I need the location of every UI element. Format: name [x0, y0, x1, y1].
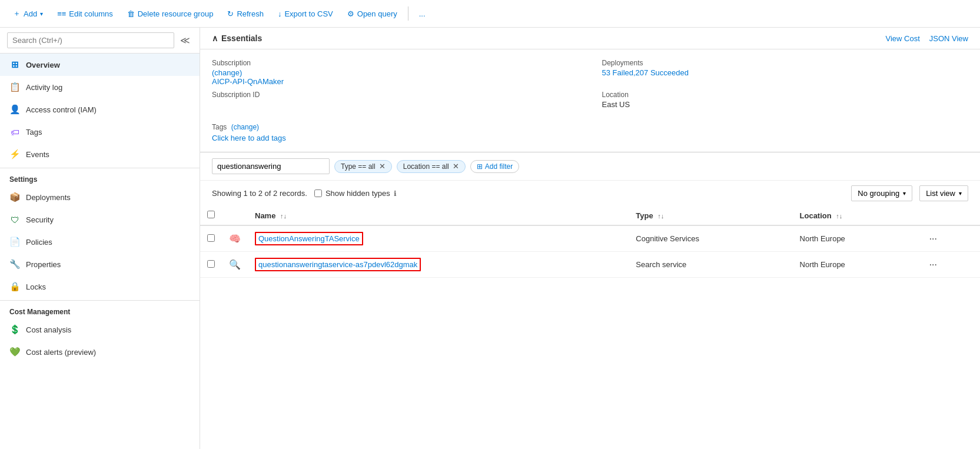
subscription-row: Subscription (change) AICP-API-QnAMaker [212, 59, 579, 86]
json-view-link[interactable]: JSON View [929, 34, 968, 43]
sidebar-item-activity-log[interactable]: 📋 Activity log [0, 76, 200, 98]
toolbar: ＋ Add ▾ ≡≡ Edit columns 🗑 Delete resourc… [0, 0, 980, 28]
funnel-icon: ⊞ [477, 162, 483, 171]
location-filter-tag: Location == all ✕ [397, 160, 466, 173]
cost-section-label: Cost Management [0, 300, 200, 318]
show-hidden-checkbox[interactable] [314, 189, 322, 197]
sidebar-item-cost-alerts[interactable]: 💚 Cost alerts (preview) [0, 341, 200, 363]
refresh-button[interactable]: ↻ Refresh [221, 6, 270, 22]
resource-name-link-1[interactable]: questionansweringtaservice-as7pdevl62dgm… [255, 258, 421, 271]
sidebar-item-iam[interactable]: 👤 Access control (IAM) [0, 98, 200, 121]
sidebar-item-policies[interactable]: 📄 Policies [0, 231, 200, 253]
export-csv-button[interactable]: ↓ Export to CSV [272, 6, 339, 22]
row-checkbox-0[interactable] [207, 234, 215, 242]
location-row: Location East US [602, 91, 969, 109]
sidebar-item-label: Events [26, 150, 49, 159]
subscription-change-link[interactable]: (change) [212, 68, 242, 77]
essentials-header: ∧ Essentials View Cost JSON View [200, 28, 980, 49]
delete-icon: 🗑 [127, 9, 135, 18]
sidebar-item-label: Deployments [26, 193, 71, 202]
row-menu-cell: ··· [919, 225, 980, 252]
delete-rg-button[interactable]: 🗑 Delete resource group [121, 6, 220, 22]
search-input[interactable] [7, 32, 174, 48]
subscription-label: Subscription [212, 59, 579, 67]
sidebar-item-tags[interactable]: 🏷 Tags [0, 121, 200, 143]
subscription-value: (change) AICP-API-QnAMaker [212, 68, 579, 86]
plus-icon: ＋ [13, 8, 21, 19]
type-filter-tag: Type == all ✕ [334, 160, 392, 173]
more-button[interactable]: ... [413, 6, 431, 22]
sidebar-item-label: Policies [26, 238, 52, 247]
location-filter-remove[interactable]: ✕ [453, 162, 459, 170]
view-chevron-icon: ▾ [959, 190, 962, 197]
activity-log-icon: 📋 [9, 82, 20, 92]
tags-change-link[interactable]: (change) [231, 123, 259, 131]
filter-bar: Type == all ✕ Location == all ✕ ⊞ Add fi… [200, 152, 980, 181]
show-hidden-types: Show hidden types ℹ [314, 189, 397, 198]
sidebar-item-locks[interactable]: 🔒 Locks [0, 275, 200, 298]
cost-analysis-icon: 💲 [9, 324, 20, 335]
row-location-cell: North Europe [793, 252, 919, 278]
sidebar-item-security[interactable]: 🛡 Security [0, 208, 200, 231]
search-box: ≪ [0, 28, 200, 54]
type-filter-remove[interactable]: ✕ [379, 162, 386, 170]
properties-icon: 🔧 [9, 259, 20, 270]
select-all-checkbox[interactable] [207, 211, 215, 218]
location-label: Location [602, 91, 969, 99]
sidebar-item-overview[interactable]: ⊞ Overview [0, 54, 200, 76]
sidebar-item-events[interactable]: ⚡ Events [0, 143, 200, 165]
iam-icon: 👤 [9, 104, 20, 115]
collapse-essentials-icon[interactable]: ∧ [212, 34, 218, 43]
cognitive-resource-icon: 🧠 [229, 234, 241, 244]
sidebar: ≪ ⊞ Overview 📋 Activity log 👤 Access con… [0, 28, 200, 449]
row-name-cell: questionansweringtaservice-as7pdevl62dgm… [248, 252, 629, 278]
sidebar-item-deployments[interactable]: 📦 Deployments [0, 186, 200, 208]
row-name-cell: QuestionAnsweringTAService [248, 225, 629, 252]
location-value: East US [602, 100, 969, 109]
events-icon: ⚡ [9, 149, 20, 159]
open-query-button[interactable]: ⚙ Open query [341, 6, 403, 22]
type-sort-icon[interactable]: ↑↓ [657, 212, 664, 219]
row-checkbox-1[interactable] [207, 260, 215, 268]
name-filter-input[interactable] [212, 158, 330, 174]
settings-section-label: Settings [0, 168, 200, 186]
deployments-link[interactable]: 53 Failed,207 Succeeded [602, 68, 689, 77]
tags-section: Tags (change) Click here to add tags [200, 118, 980, 152]
locks-icon: 🔒 [9, 281, 20, 292]
location-filter-label: Location == all [403, 162, 449, 171]
info-icon: ℹ [394, 189, 397, 198]
add-button[interactable]: ＋ Add ▾ [7, 5, 49, 22]
view-dropdown[interactable]: List view ▾ [919, 185, 968, 201]
location-sort-icon[interactable]: ↑↓ [836, 212, 842, 219]
collapse-button[interactable]: ≪ [178, 32, 192, 48]
view-cost-link[interactable]: View Cost [885, 34, 919, 43]
grouping-dropdown[interactable]: No grouping ▾ [851, 185, 912, 201]
sidebar-item-label: Locks [26, 282, 46, 291]
subscription-id-label: Subscription ID [212, 91, 579, 99]
type-filter-label: Type == all [341, 162, 376, 171]
essentials-links: View Cost JSON View [885, 34, 968, 43]
type-col-header: Type ↑↓ [629, 206, 792, 225]
refresh-icon: ↻ [227, 9, 234, 18]
download-icon: ↓ [278, 9, 282, 18]
subscription-name-link[interactable]: AICP-API-QnAMaker [212, 77, 579, 86]
add-tags-link[interactable]: Click here to add tags [212, 134, 286, 142]
row-context-menu-0[interactable]: ··· [926, 232, 941, 245]
resource-name-link-0[interactable]: QuestionAnsweringTAService [255, 232, 363, 245]
deployments-value: 53 Failed,207 Succeeded [602, 68, 969, 77]
add-chevron-icon: ▾ [40, 11, 43, 17]
add-filter-button[interactable]: ⊞ Add filter [470, 160, 519, 173]
actions-col-header [919, 206, 980, 225]
sidebar-item-properties[interactable]: 🔧 Properties [0, 253, 200, 275]
subscription-id-row: Subscription ID [212, 91, 579, 109]
sidebar-item-label: Tags [26, 128, 42, 137]
row-context-menu-1[interactable]: ··· [926, 258, 941, 271]
row-checkbox-cell [200, 225, 222, 252]
add-filter-label: Add filter [485, 162, 513, 171]
sidebar-item-cost-analysis[interactable]: 💲 Cost analysis [0, 318, 200, 341]
row-checkbox-cell [200, 252, 222, 278]
records-info: Showing 1 to 2 of 2 records. [212, 189, 307, 198]
edit-columns-button[interactable]: ≡≡ Edit columns [51, 6, 119, 22]
name-sort-icon[interactable]: ↑↓ [280, 212, 287, 219]
grouping-chevron-icon: ▾ [903, 190, 906, 197]
